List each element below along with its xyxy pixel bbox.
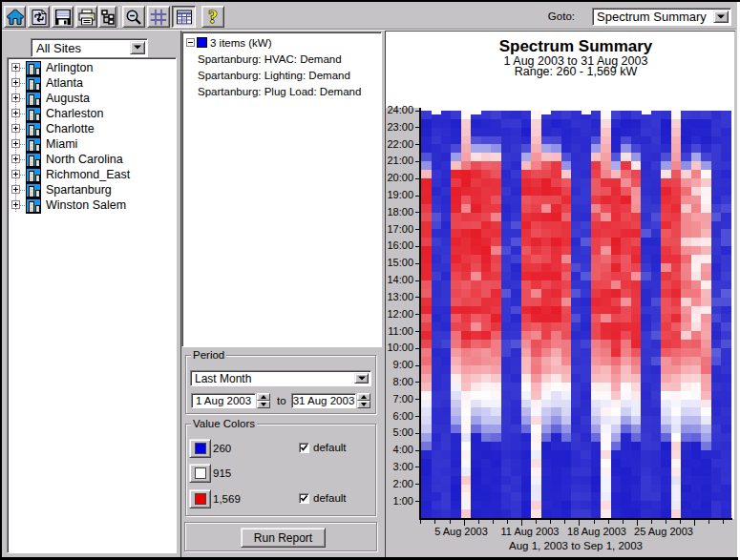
svg-text:?: ?: [208, 9, 218, 26]
